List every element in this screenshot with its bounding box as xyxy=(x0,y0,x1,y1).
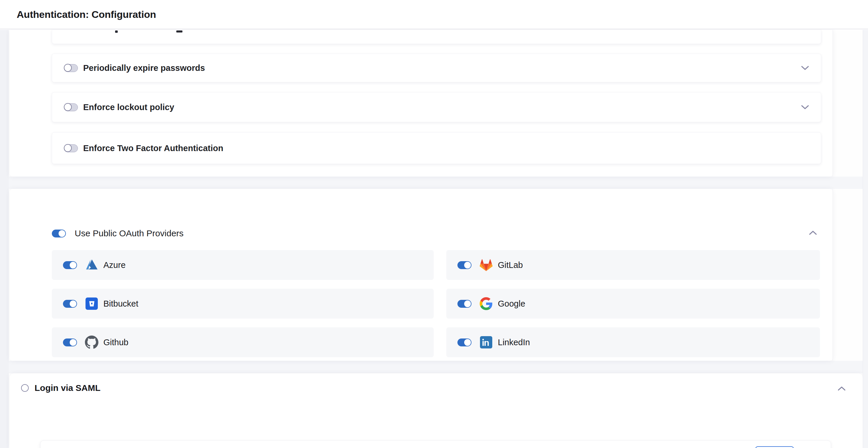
chevron-down-icon[interactable] xyxy=(801,66,809,70)
oauth-providers-card: Use Public OAuth Providers Azure xyxy=(10,189,833,361)
scrollbar[interactable] xyxy=(863,30,868,448)
lockout-policy-label: Enforce lockout policy xyxy=(83,102,174,112)
github-toggle[interactable] xyxy=(63,339,77,346)
linkedin-icon xyxy=(479,335,493,349)
provider-label: GitLab xyxy=(498,260,523,270)
expire-passwords-row[interactable]: Periodically expire passwords xyxy=(52,54,821,82)
toggle-knob xyxy=(64,64,72,72)
github-icon xyxy=(85,335,99,349)
provider-label: Github xyxy=(103,338,128,347)
toggle-knob xyxy=(64,103,72,111)
azure-toggle[interactable] xyxy=(63,261,77,269)
oauth-heading-label: Use Public OAuth Providers xyxy=(75,228,184,238)
gitlab-icon xyxy=(479,258,493,272)
expire-passwords-toggle[interactable] xyxy=(64,64,78,72)
expire-passwords-label: Periodically expire passwords xyxy=(83,63,205,73)
toggle-knob xyxy=(464,339,471,346)
linkedin-row: LinkedIn xyxy=(446,327,820,357)
main-content: Periodically expire passwords Enforce lo… xyxy=(0,30,868,448)
provider-grid: Azure G xyxy=(52,250,820,357)
chevron-up-icon[interactable] xyxy=(809,230,817,235)
bitbucket-toggle[interactable] xyxy=(63,300,77,308)
google-toggle[interactable] xyxy=(458,300,471,308)
google-row: Google xyxy=(446,289,820,319)
chevron-down-icon[interactable] xyxy=(801,105,809,109)
two-factor-row[interactable]: Enforce Two Factor Authentication xyxy=(52,132,821,164)
okta-connection-row[interactable]: OktaExample Authorization not enabled Te… xyxy=(40,440,831,448)
provider-label: LinkedIn xyxy=(498,338,530,347)
provider-label: Google xyxy=(498,299,525,309)
toggle-knob xyxy=(59,230,65,237)
clipped-text-fragment xyxy=(176,30,182,32)
toggle-knob xyxy=(464,262,471,268)
toggle-knob xyxy=(64,144,72,152)
bitbucket-row: Bitbucket xyxy=(52,289,434,319)
saml-heading: Login via SAML xyxy=(21,383,100,393)
provider-label: Azure xyxy=(103,260,126,270)
azure-row: Azure xyxy=(52,250,434,280)
chevron-up-icon[interactable] xyxy=(838,386,846,391)
azure-icon xyxy=(85,258,99,272)
toggle-knob xyxy=(464,300,471,307)
saml-heading-label: Login via SAML xyxy=(35,383,100,393)
oauth-heading: Use Public OAuth Providers xyxy=(52,228,184,238)
clipped-setting-row[interactable] xyxy=(52,30,821,44)
provider-label: Bitbucket xyxy=(103,299,138,309)
lockout-policy-toggle[interactable] xyxy=(64,103,78,111)
test-button[interactable]: Test xyxy=(755,446,794,448)
page-header: Authentication: Configuration xyxy=(0,0,868,29)
google-icon xyxy=(479,297,493,311)
gitlab-row: GitLab xyxy=(446,250,820,280)
sidebar-edge xyxy=(0,30,9,448)
section-gap xyxy=(0,361,863,373)
github-row: Github xyxy=(52,327,434,357)
page-title: Authentication: Configuration xyxy=(17,9,156,20)
toggle-knob xyxy=(70,339,76,346)
saml-card: Login via SAML OktaExample Authorization… xyxy=(10,373,863,448)
toggle-knob xyxy=(70,300,76,307)
oauth-master-toggle[interactable] xyxy=(52,230,66,237)
bitbucket-icon xyxy=(85,297,99,311)
two-factor-label: Enforce Two Factor Authentication xyxy=(83,143,223,153)
linkedin-toggle[interactable] xyxy=(458,339,471,346)
toggle-knob xyxy=(70,262,76,268)
login-via-password-card: Periodically expire passwords Enforce lo… xyxy=(10,30,833,177)
admin-settings-screen: Authentication: Configuration Periodical… xyxy=(0,0,868,448)
saml-radio[interactable] xyxy=(21,384,29,392)
clipped-text-fragment xyxy=(115,30,118,33)
gitlab-toggle[interactable] xyxy=(458,261,471,269)
two-factor-toggle[interactable] xyxy=(64,145,78,152)
lockout-policy-row[interactable]: Enforce lockout policy xyxy=(52,92,821,122)
section-gap xyxy=(0,177,863,189)
